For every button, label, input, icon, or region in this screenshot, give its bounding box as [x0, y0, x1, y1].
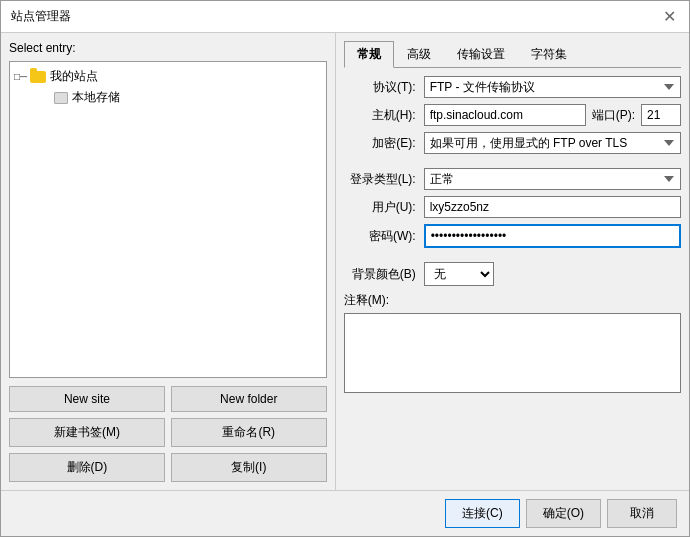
titlebar: 站点管理器 ✕ [1, 1, 689, 33]
user-input[interactable] [424, 196, 681, 218]
rename-button[interactable]: 重命名(R) [171, 418, 327, 447]
storage-icon [54, 92, 68, 104]
folder-icon [30, 71, 46, 83]
right-panel: 常规 高级 传输设置 字符集 协议(T): FTP - 文件传输协议 主机(H)… [336, 33, 689, 490]
bg-color-select[interactable]: 无 [424, 262, 494, 286]
delete-button[interactable]: 删除(D) [9, 453, 165, 482]
protocol-label: 协议(T): [344, 79, 424, 96]
protocol-select[interactable]: FTP - 文件传输协议 [424, 76, 681, 98]
host-row: 主机(H): 端口(P): [344, 104, 681, 126]
dialog-title: 站点管理器 [11, 8, 71, 25]
host-label: 主机(H): [344, 107, 424, 124]
encryption-label: 加密(E): [344, 135, 424, 152]
form-area: 协议(T): FTP - 文件传输协议 主机(H): 端口(P): [344, 76, 681, 482]
login-type-label: 登录类型(L): [344, 171, 424, 188]
ok-button[interactable]: 确定(O) [526, 499, 601, 528]
select-entry-label: Select entry: [9, 41, 327, 55]
bottom-bar: 连接(C) 确定(O) 取消 [1, 490, 689, 536]
notes-label: 注释(M): [344, 292, 681, 309]
copy-button[interactable]: 复制(I) [171, 453, 327, 482]
tree-root-label: 我的站点 [50, 68, 98, 85]
notes-textarea[interactable] [344, 313, 681, 393]
login-type-select[interactable]: 正常 [424, 168, 681, 190]
port-label: 端口(P): [592, 107, 635, 124]
tab-advanced[interactable]: 高级 [394, 41, 444, 68]
host-input[interactable] [424, 104, 586, 126]
tree-area: □─ 我的站点 本地存储 [9, 61, 327, 378]
password-row: 密码(W): [344, 224, 681, 248]
close-button[interactable]: ✕ [659, 7, 679, 27]
tree-child-label: 本地存储 [72, 89, 120, 106]
user-row: 用户(U): [344, 196, 681, 218]
tree-root-item[interactable]: □─ 我的站点 [14, 66, 322, 87]
password-label: 密码(W): [344, 228, 424, 245]
new-folder-button[interactable]: New folder [171, 386, 327, 412]
dialog-window: 站点管理器 ✕ Select entry: □─ 我的站点 本地存储 [0, 0, 690, 537]
encryption-select[interactable]: 如果可用，使用显式的 FTP over TLS [424, 132, 681, 154]
port-input[interactable] [641, 104, 681, 126]
cancel-button[interactable]: 取消 [607, 499, 677, 528]
protocol-row: 协议(T): FTP - 文件传输协议 [344, 76, 681, 98]
tab-transfer[interactable]: 传输设置 [444, 41, 518, 68]
login-type-row: 登录类型(L): 正常 [344, 168, 681, 190]
tab-general[interactable]: 常规 [344, 41, 394, 68]
notes-area: 注释(M): [344, 292, 681, 396]
connect-button[interactable]: 连接(C) [445, 499, 520, 528]
user-label: 用户(U): [344, 199, 424, 216]
encryption-row: 加密(E): 如果可用，使用显式的 FTP over TLS [344, 132, 681, 154]
tree-child-expand [38, 92, 54, 103]
new-site-button[interactable]: New site [9, 386, 165, 412]
bg-color-row: 背景颜色(B) 无 [344, 262, 681, 286]
password-input[interactable] [424, 224, 681, 248]
left-panel: Select entry: □─ 我的站点 本地存储 New site [1, 33, 336, 490]
tabs-bar: 常规 高级 传输设置 字符集 [344, 41, 681, 68]
host-port-group: 端口(P): [424, 104, 681, 126]
main-content: Select entry: □─ 我的站点 本地存储 New site [1, 33, 689, 490]
tree-expand-icon: □─ [14, 71, 30, 82]
button-grid: New site New folder 新建书签(M) 重命名(R) 删除(D)… [9, 386, 327, 482]
new-bookmark-button[interactable]: 新建书签(M) [9, 418, 165, 447]
tab-charset[interactable]: 字符集 [518, 41, 580, 68]
bg-color-label: 背景颜色(B) [344, 266, 424, 283]
tree-child-item[interactable]: 本地存储 [14, 87, 322, 108]
